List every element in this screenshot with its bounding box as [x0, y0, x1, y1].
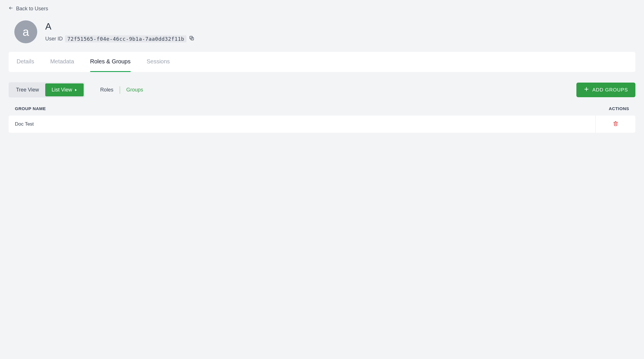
roles-groups-subtabs: Roles Groups	[100, 86, 143, 94]
view-toggle: Tree View List View	[9, 82, 85, 97]
list-view-label: List View	[52, 87, 72, 93]
subtab-groups[interactable]: Groups	[126, 87, 143, 93]
controls-row: Tree View List View Roles Groups ADD GRO…	[9, 82, 635, 97]
trash-icon[interactable]	[613, 121, 618, 128]
svg-marker-3	[75, 89, 77, 91]
plus-icon	[584, 87, 589, 93]
group-name-cell: Doc Test	[9, 116, 40, 133]
table-row: Doc Test	[9, 116, 635, 133]
table-header: GROUP NAME ACTIONS	[9, 106, 635, 116]
back-link-label: Back to Users	[16, 6, 48, 12]
add-groups-label: ADD GROUPS	[592, 87, 628, 93]
user-name-block: A User ID 72f51565-f04e-46cc-9b1a-7aa0dd…	[45, 21, 195, 42]
column-actions: ACTIONS	[609, 106, 629, 111]
subtab-divider	[120, 86, 120, 94]
user-id-value: 72f51565-f04e-46cc-9b1a-7aa0dd32f11b	[65, 35, 186, 42]
list-view-button[interactable]: List View	[45, 83, 84, 96]
tab-metadata[interactable]: Metadata	[50, 52, 74, 72]
tab-sessions[interactable]: Sessions	[147, 52, 170, 72]
controls-left: Tree View List View Roles Groups	[9, 82, 143, 97]
user-name: A	[45, 21, 195, 32]
user-id-label: User ID	[45, 36, 63, 42]
actions-cell	[595, 116, 635, 133]
tabs: Details Metadata Roles & Groups Sessions	[9, 52, 635, 72]
tree-view-button[interactable]: Tree View	[10, 83, 45, 96]
avatar: a	[14, 20, 37, 43]
column-group-name: GROUP NAME	[15, 106, 46, 111]
copy-icon[interactable]	[189, 35, 195, 42]
back-to-users-link[interactable]: Back to Users	[9, 0, 48, 20]
tab-details[interactable]: Details	[17, 52, 34, 72]
add-groups-button[interactable]: ADD GROUPS	[576, 83, 635, 97]
user-id-row: User ID 72f51565-f04e-46cc-9b1a-7aa0dd32…	[45, 35, 195, 42]
groups-table: GROUP NAME ACTIONS Doc Test	[9, 106, 635, 133]
caret-right-icon	[74, 87, 77, 93]
arrow-left-icon	[9, 6, 13, 12]
user-header: a A User ID 72f51565-f04e-46cc-9b1a-7aa0…	[9, 20, 635, 52]
subtab-roles[interactable]: Roles	[100, 87, 113, 93]
tab-roles-groups[interactable]: Roles & Groups	[90, 52, 131, 72]
